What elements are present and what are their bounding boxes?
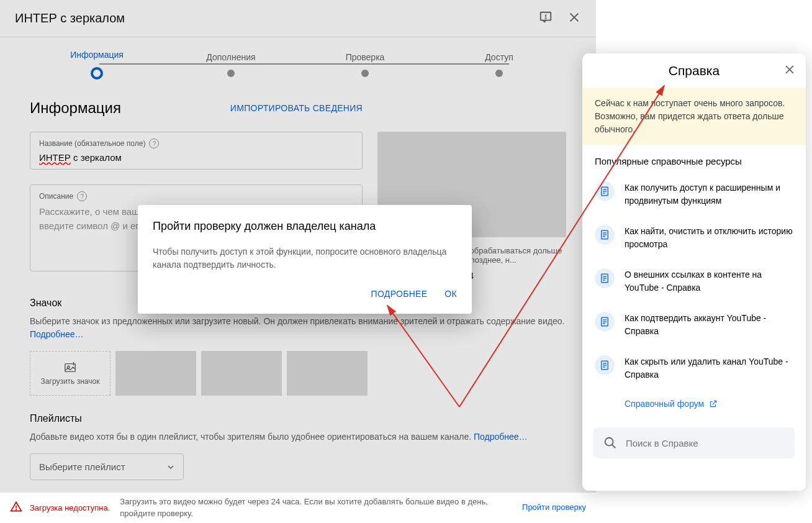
external-link-icon xyxy=(709,399,718,408)
playlist-title: Плейлисты xyxy=(30,413,566,424)
description-label: Описание xyxy=(39,192,73,201)
title-value: ИНТЕР с зеркалом xyxy=(39,152,353,163)
article-icon xyxy=(595,355,615,375)
upload-thumbnail-button[interactable]: Загрузить значок xyxy=(30,351,111,396)
svg-point-31 xyxy=(605,438,613,446)
help-close-button[interactable] xyxy=(783,63,796,78)
chevron-down-icon xyxy=(167,463,174,471)
help-notice: Сейчас к нам поступает очень много запро… xyxy=(582,88,806,145)
help-search[interactable] xyxy=(593,427,795,458)
step-access[interactable]: Доступ xyxy=(432,52,566,77)
step-check[interactable]: Проверка xyxy=(298,52,432,77)
step-additions[interactable]: Дополнения xyxy=(164,52,298,77)
import-button[interactable]: ИМПОРТИРОВАТЬ СВЕДЕНИЯ xyxy=(230,103,363,113)
banner-description: Загрузить это видео можно будет через 24… xyxy=(120,496,522,519)
help-section-title: Популярные справочные ресурсы xyxy=(582,145,806,173)
help-item[interactable]: Как скрыть или удалить канал YouTube - С… xyxy=(582,347,806,390)
page-title: ИНТЕР с зеркалом xyxy=(15,11,125,25)
thumbnail-more-link[interactable]: Подробнее… xyxy=(30,329,84,339)
modal-ok-button[interactable]: ОК xyxy=(444,289,457,299)
info-heading: Информация xyxy=(30,99,121,117)
svg-point-8 xyxy=(16,509,17,510)
help-icon[interactable]: ? xyxy=(77,191,87,201)
help-title: Справка xyxy=(669,63,720,78)
warning-icon xyxy=(10,501,22,515)
article-icon xyxy=(595,181,615,201)
article-icon xyxy=(595,312,615,332)
help-item[interactable]: О внешних ссылках в контенте на YouTube … xyxy=(582,260,806,303)
search-icon xyxy=(603,436,617,450)
close-icon[interactable] xyxy=(567,11,581,27)
banner-warning: Загрузка недоступна. xyxy=(30,503,110,512)
help-search-input[interactable] xyxy=(626,438,785,448)
modal-body: Чтобы получить доступ к этой функции, по… xyxy=(153,245,457,271)
banner-link[interactable]: Пройти проверку xyxy=(522,502,586,513)
svg-line-32 xyxy=(612,445,616,448)
title-field[interactable]: Название (обязательное поле) ? ИНТЕР с з… xyxy=(30,132,363,170)
stepper: Информация Дополнения Проверка Доступ xyxy=(0,37,596,99)
upload-banner: Загрузка недоступна. Загрузить это видео… xyxy=(0,492,596,523)
help-item[interactable]: Как найти, очистить и отключить историю … xyxy=(582,216,806,260)
modal-more-button[interactable]: ПОДРОБНЕЕ xyxy=(371,289,428,299)
thumbnail-option[interactable] xyxy=(201,351,282,396)
feedback-icon[interactable] xyxy=(539,11,553,27)
verification-modal: Пройти проверку должен владелец канала Ч… xyxy=(138,205,472,314)
playlist-more-link[interactable]: Подробнее… xyxy=(474,432,528,442)
thumbnail-option[interactable] xyxy=(115,351,196,396)
help-item[interactable]: Как подтвердить аккаунт YouTube - Справк… xyxy=(582,303,806,347)
help-icon[interactable]: ? xyxy=(149,139,159,148)
thumbnail-desc: Выберите значок из предложенных или загр… xyxy=(30,315,566,341)
help-item[interactable]: Как получить доступ к расширенным и прод… xyxy=(582,173,806,216)
article-icon xyxy=(595,225,615,245)
help-panel: Справка Сейчас к нам поступает очень мно… xyxy=(582,53,806,491)
playlist-desc: Добавьте видео хотя бы в один плейлист, … xyxy=(30,430,566,443)
modal-title: Пройти проверку должен владелец канала xyxy=(153,220,457,233)
thumbnail-option[interactable] xyxy=(287,351,368,396)
help-forum-link[interactable]: Справочный форум xyxy=(582,390,806,417)
title-label: Название (обязательное поле) xyxy=(39,139,145,148)
article-icon xyxy=(595,268,615,288)
svg-point-2 xyxy=(546,17,546,18)
playlist-select[interactable]: Выберите плейлист xyxy=(30,453,184,480)
step-info[interactable]: Информация xyxy=(30,50,164,80)
